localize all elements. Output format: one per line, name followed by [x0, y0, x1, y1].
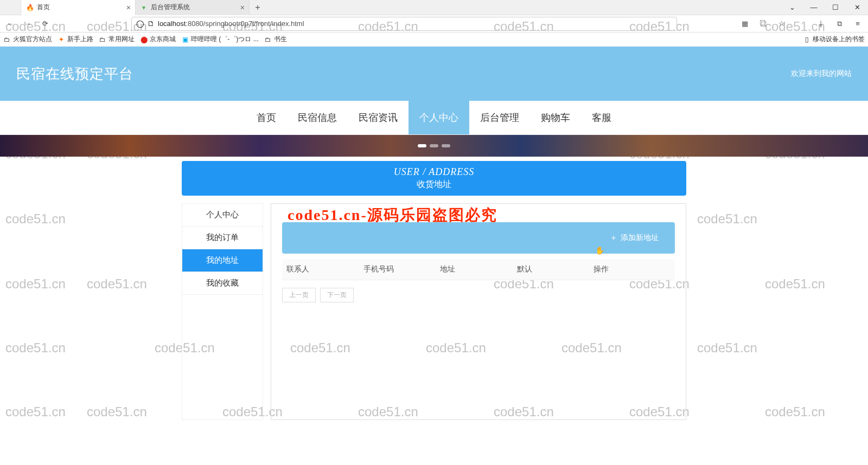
- forward-icon[interactable]: →: [21, 17, 35, 31]
- pagination: 上一页 下一页: [282, 288, 675, 302]
- watermark-overlay: code51.cn-源码乐园盗图必究: [288, 205, 686, 225]
- tab-title: 首页: [37, 3, 50, 12]
- bookmark-item[interactable]: 🗀火狐官方站点: [3, 35, 52, 44]
- main-nav: 首页 民宿信息 民宿资讯 个人中心 后台管理 购物车 客服: [0, 101, 868, 135]
- sidebar-item-profile[interactable]: 个人中心: [182, 204, 263, 227]
- folder-icon: 🗀: [264, 36, 272, 43]
- carousel-banner[interactable]: [0, 135, 868, 157]
- site-title: 民宿在线预定平台: [16, 64, 133, 83]
- bookmark-item[interactable]: ⬤京东商城: [140, 35, 176, 44]
- th-contact: 联系人: [286, 264, 363, 274]
- close-window-icon[interactable]: ✕: [846, 0, 868, 15]
- content-panel: code51.cn-源码乐园盗图必究 ＋ 添加新地址 ✋ 联系人 手机号码 地址…: [271, 203, 686, 420]
- browser-tab-active[interactable]: 🔥 首页 ×: [22, 0, 136, 15]
- new-tab-button[interactable]: +: [250, 3, 266, 12]
- close-icon[interactable]: ×: [126, 3, 131, 12]
- url-bar[interactable]: ◯ 🗋 localhost:8080/springbootr0p7i/front…: [131, 17, 677, 31]
- th-address: 地址: [440, 264, 517, 274]
- bookmark-item[interactable]: 🗀书生: [264, 35, 287, 44]
- user-sidebar: 个人中心 我的订单 我的地址 我的收藏: [182, 203, 263, 420]
- maximize-icon[interactable]: ☐: [825, 0, 846, 15]
- section-title-en: USER / ADDRESS: [182, 166, 686, 178]
- screenshot-icon[interactable]: ⿻: [756, 17, 770, 31]
- add-address-button[interactable]: ＋ 添加新地址: [282, 222, 675, 254]
- favicon-icon: ▾: [140, 4, 148, 11]
- nav-item-service[interactable]: 客服: [581, 101, 622, 134]
- section-header: USER / ADDRESS 收货地址: [182, 161, 686, 196]
- tab-strip: 🔥 首页 × ▾ 后台管理系统 × + ⌄ — ☐ ✕: [0, 0, 868, 15]
- site-header: 民宿在线预定平台 欢迎来到我的网站: [0, 47, 868, 101]
- nav-item-home[interactable]: 首页: [246, 101, 287, 134]
- folder-icon: 🗀: [99, 36, 106, 43]
- sidebar-item-address[interactable]: 我的地址: [182, 249, 263, 272]
- reload-icon[interactable]: ⟳: [38, 17, 52, 31]
- folder-icon: 🗀: [3, 36, 11, 43]
- nav-item-info[interactable]: 民宿信息: [287, 101, 348, 134]
- bookmark-item[interactable]: ✦新手上路: [58, 35, 93, 44]
- table-header: 联系人 手机号码 地址 默认 操作: [282, 259, 675, 280]
- bookmark-item[interactable]: 🗀常用网址: [99, 35, 135, 44]
- nav-item-news[interactable]: 民宿资讯: [348, 101, 409, 134]
- star-icon: ✦: [58, 36, 65, 43]
- mobile-icon: ▯: [803, 36, 810, 43]
- close-icon[interactable]: ×: [240, 3, 245, 12]
- th-action: 操作: [593, 264, 671, 274]
- th-default: 默认: [517, 264, 594, 274]
- welcome-text: 欢迎来到我的网站: [791, 69, 852, 79]
- next-page-button[interactable]: 下一页: [320, 288, 354, 302]
- add-address-label: 添加新地址: [621, 233, 659, 243]
- nav-item-admin[interactable]: 后台管理: [469, 101, 530, 134]
- minimize-icon[interactable]: —: [803, 0, 825, 15]
- mobile-bookmarks[interactable]: ▯移动设备上的书签: [803, 35, 865, 44]
- lock-icon[interactable]: 🗋: [148, 20, 155, 28]
- jd-icon: ⬤: [140, 36, 148, 43]
- carousel-dot[interactable]: [418, 144, 426, 147]
- sidebar-item-favorites[interactable]: 我的收藏: [182, 272, 263, 295]
- menu-icon[interactable]: ≡: [851, 17, 865, 31]
- carousel-dots: [418, 144, 450, 147]
- carousel-dot[interactable]: [442, 144, 450, 147]
- carousel-dot[interactable]: [430, 144, 438, 147]
- bookmark-item[interactable]: ▣哔哩哔哩 (゜-゜)つロ ...: [181, 35, 259, 44]
- window-dropdown-icon[interactable]: ⌄: [781, 0, 803, 15]
- shield-icon[interactable]: ◯: [136, 20, 144, 28]
- prev-page-button[interactable]: 上一页: [282, 288, 316, 302]
- favicon-icon: 🔥: [26, 4, 34, 11]
- url-text: localhost:8080/springbootr0p7i/front/ind…: [158, 20, 304, 28]
- bookmarks-bar: 🗀火狐官方站点 ✦新手上路 🗀常用网址 ⬤京东商城 ▣哔哩哔哩 (゜-゜)つロ …: [0, 33, 868, 47]
- plus-icon: ＋: [610, 233, 617, 243]
- browser-tab[interactable]: ▾ 后台管理系统 ×: [136, 0, 250, 15]
- star-icon[interactable]: ☆: [775, 17, 789, 31]
- section-title-cn: 收货地址: [182, 179, 686, 190]
- download-icon[interactable]: ⭳: [814, 17, 828, 31]
- sidebar-item-orders[interactable]: 我的订单: [182, 227, 263, 249]
- back-icon[interactable]: ←: [3, 17, 17, 31]
- nav-item-cart[interactable]: 购物车: [530, 101, 581, 134]
- nav-item-personal[interactable]: 个人中心: [409, 101, 469, 134]
- qr-icon[interactable]: ▦: [738, 17, 752, 31]
- browser-toolbar: ← → ⟳ ◯ 🗋 localhost:8080/springbootr0p7i…: [0, 15, 868, 33]
- th-phone: 手机号码: [363, 264, 441, 274]
- extension-icon[interactable]: ⧉: [832, 17, 846, 31]
- cursor-icon: ✋: [595, 246, 604, 255]
- bilibili-icon: ▣: [181, 36, 189, 43]
- tab-title: 后台管理系统: [151, 3, 190, 12]
